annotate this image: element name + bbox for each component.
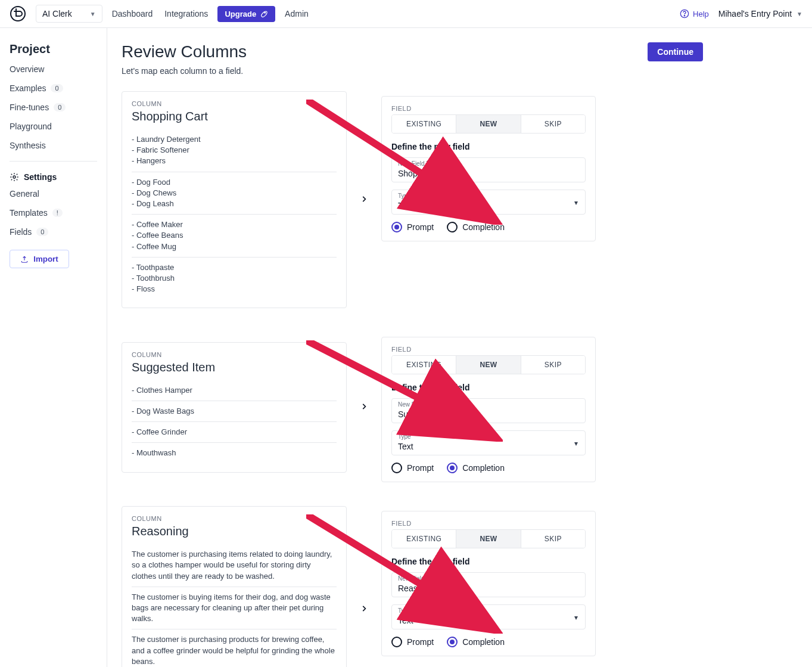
define-field-label: Define the new field [391,142,586,151]
field-config-card: FIELD EXISTING NEW SKIP Define the new f… [381,337,596,482]
new-field-name-input-wrap: New Field Name [391,157,586,182]
radio-completion-label: Completion [462,637,505,647]
help-icon [680,9,689,18]
field-eyebrow: FIELD [391,520,586,527]
sidebar-item-label: Overview [10,64,44,74]
role-radio-group: Prompt Completion [391,463,586,473]
column-preview-card: COLUMN Reasoning The customer is purchas… [122,506,347,667]
column-mapping-row: COLUMN Reasoning The customer is purchas… [122,506,703,667]
topbar: AI Clerk ▼ Dashboard Integrations Upgrad… [0,0,812,28]
column-eyebrow: COLUMN [132,100,337,107]
radio-icon [391,463,402,473]
svg-point-1 [265,12,266,13]
field-tabs: EXISTING NEW SKIP [391,355,586,374]
sidebar-item-label: Templates [10,208,48,218]
caret-down-icon: ▼ [90,11,96,17]
nav-admin[interactable]: Admin [285,9,309,18]
upload-icon [20,255,29,263]
tab-new[interactable]: NEW [456,530,520,548]
page-title: Review Columns [122,42,247,61]
field-eyebrow: FIELD [391,346,586,353]
field-type-select[interactable]: Type Text [391,190,586,215]
help-link[interactable]: Help [680,9,709,18]
column-title: Shopping Cart [132,110,337,123]
page-subtitle: Let's map each column to a field. [122,66,247,76]
column-sample: The customer is purchasing items related… [132,544,337,587]
column-title: Reasoning [132,525,337,538]
column-sample: - Dog Waste Bags [132,401,337,421]
field-type-value: Text [392,190,585,214]
radio-prompt[interactable]: Prompt [391,463,434,473]
count-badge: 0 [51,84,63,92]
nav-integrations[interactable]: Integrations [164,9,208,18]
radio-completion[interactable]: Completion [447,222,505,232]
new-field-name-label: New Field Name [398,401,442,408]
radio-prompt[interactable]: Prompt [391,637,434,647]
column-sample: - Laundry Detergent - Fabric Softener - … [132,129,337,172]
tab-existing[interactable]: EXISTING [392,356,456,374]
column-sample: - Toothpaste - Toothbrush - Floss [132,257,337,300]
sidebar-settings-item-templates[interactable]: Templates! [10,208,97,218]
field-tabs: EXISTING NEW SKIP [391,114,586,134]
chevron-right-icon [355,195,373,205]
sidebar-item-label: Fields [10,227,32,237]
tab-new[interactable]: NEW [456,115,520,133]
sidebar-item-synthesis[interactable]: Synthesis [10,141,97,150]
column-mapping-row: COLUMN Suggested Item - Clothes Hamper- … [122,332,703,482]
sidebar-item-playground[interactable]: Playground [10,122,97,131]
help-label: Help [693,10,709,18]
radio-completion[interactable]: Completion [447,637,505,647]
radio-completion[interactable]: Completion [447,463,505,473]
svg-point-4 [13,176,15,178]
count-badge: ! [52,209,63,217]
tab-skip[interactable]: SKIP [521,356,585,374]
sidebar-item-label: Examples [10,83,46,93]
sidebar-item-fine-tunes[interactable]: Fine-tunes0 [10,103,97,112]
sidebar: Project OverviewExamples0Fine-tunes0Play… [0,28,107,667]
tab-skip[interactable]: SKIP [521,115,585,133]
count-badge: 0 [54,103,66,111]
column-sample: - Dog Food - Dog Chews - Dog Leash [132,172,337,215]
sidebar-settings-item-fields[interactable]: Fields0 [10,227,97,237]
svg-point-0 [11,7,25,21]
tab-existing[interactable]: EXISTING [392,530,456,548]
nav-dashboard[interactable]: Dashboard [112,9,153,18]
continue-button[interactable]: Continue [648,42,703,61]
sidebar-settings-item-general[interactable]: General [10,189,97,198]
import-button[interactable]: Import [10,250,69,268]
role-radio-group: Prompt Completion [391,222,586,232]
new-field-name-input-wrap: New Field Name [391,398,586,423]
project-dropdown[interactable]: AI Clerk ▼ [36,5,102,23]
column-eyebrow: COLUMN [132,351,337,358]
radio-prompt-label: Prompt [407,222,434,232]
new-field-name-input-wrap: New Field Name [391,572,586,597]
field-eyebrow: FIELD [391,105,586,112]
user-name: Mihael's Entry Point [718,9,792,18]
define-field-label: Define the new field [391,557,586,566]
radio-prompt-label: Prompt [407,637,434,647]
tab-skip[interactable]: SKIP [521,530,585,548]
user-dropdown[interactable]: Mihael's Entry Point ▼ [718,9,802,18]
sidebar-item-overview[interactable]: Overview [10,64,97,74]
field-type-label: Type [398,433,411,440]
define-field-label: Define the new field [391,383,586,392]
radio-icon [447,637,458,647]
new-field-name-label: New Field Name [398,160,442,167]
column-sample: - Mouthwash [132,442,337,463]
field-type-select[interactable]: Type Text [391,604,586,629]
top-nav: Dashboard Integrations [112,9,209,18]
field-type-select[interactable]: Type Text [391,430,586,455]
radio-prompt[interactable]: Prompt [391,222,434,232]
column-sample: The customer is buying items for their d… [132,587,337,629]
column-eyebrow: COLUMN [132,515,337,522]
sidebar-item-examples[interactable]: Examples0 [10,83,97,93]
radio-icon [391,637,402,647]
tab-new[interactable]: NEW [456,356,520,374]
main-content: Review Columns Let's map each column to … [107,28,727,667]
rocket-icon [260,10,268,18]
upgrade-button[interactable]: Upgrade [217,6,275,22]
sidebar-item-label: Playground [10,122,52,131]
tab-existing[interactable]: EXISTING [392,115,456,133]
field-tabs: EXISTING NEW SKIP [391,529,586,548]
new-field-name-label: New Field Name [398,575,442,582]
